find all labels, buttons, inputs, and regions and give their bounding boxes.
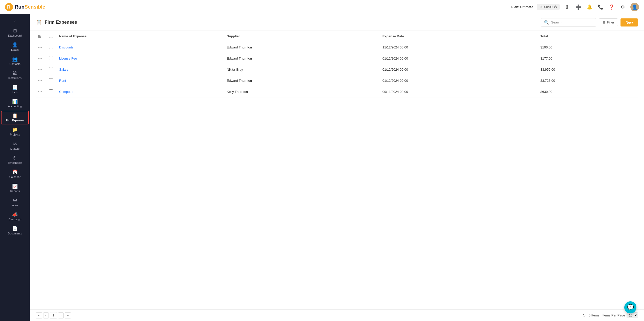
expense-name-link[interactable]: Rent xyxy=(59,79,66,83)
logo-icon: R xyxy=(5,3,13,11)
trash-icon[interactable]: 🗑 xyxy=(564,4,571,11)
expense-name-cell[interactable]: License Fee xyxy=(57,53,225,64)
page-header: 📋 Firm Expenses 🔍 ⊟ Filter New xyxy=(30,14,644,31)
expense-supplier: Edward Thornton xyxy=(225,42,380,53)
sidebar-item-bills[interactable]: 🧾 Bills xyxy=(1,83,29,96)
expense-name-cell[interactable]: Salary xyxy=(57,64,225,75)
logo[interactable]: R RunSensible xyxy=(5,3,45,11)
add-icon[interactable]: ➕ xyxy=(575,4,582,11)
settings-icon[interactable]: ⚙ xyxy=(619,4,626,11)
bills-icon: 🧾 xyxy=(12,85,18,90)
accounting-icon: 📊 xyxy=(12,99,18,104)
sidebar-item-reports[interactable]: 📈 Reports xyxy=(1,181,29,195)
sidebar-label-inbox: Inbox xyxy=(12,204,18,207)
expense-name-link[interactable]: Salary xyxy=(59,68,68,71)
sidebar-label-calendar: Calendar xyxy=(9,175,21,178)
reports-icon: 📈 xyxy=(12,184,18,189)
chat-bubble[interactable]: 💬 xyxy=(624,301,636,313)
sidebar-item-documents[interactable]: 📄 Documents xyxy=(1,224,29,237)
sidebar-item-timesheets[interactable]: ⏱ Timesheets xyxy=(1,153,29,167)
timer-value: 00:00:00 xyxy=(540,5,553,9)
row-checkbox-cell[interactable] xyxy=(47,53,57,64)
expense-name-link[interactable]: Discounts xyxy=(59,45,74,49)
row-checkbox-cell[interactable] xyxy=(47,64,57,75)
sidebar-item-institutions[interactable]: 🏛 Institutions xyxy=(1,68,29,82)
sidebar-collapse-button[interactable]: ‹ xyxy=(0,16,30,26)
table-row: ••• Salary Nikita Gray 01/12/2024 00:00 … xyxy=(36,64,638,75)
matters-icon: ⚖ xyxy=(13,142,17,146)
prev-page-button[interactable]: ‹ xyxy=(43,312,49,318)
new-button[interactable]: New xyxy=(621,18,638,26)
bell-icon[interactable]: 🔔 xyxy=(586,4,593,11)
expense-name-link[interactable]: Computer xyxy=(59,90,74,94)
table-row: ••• Discounts Edward Thornton 11/12/2024… xyxy=(36,42,638,53)
sidebar-item-firm-expenses[interactable]: 📋 Firm Expenses xyxy=(1,111,29,124)
row-menu[interactable]: ••• xyxy=(36,86,47,97)
sidebar-item-leads[interactable]: 👤 Leads xyxy=(1,40,29,54)
last-page-button[interactable]: » xyxy=(65,312,71,318)
expense-name-cell[interactable]: Discounts xyxy=(57,42,225,53)
sidebar-item-inbox[interactable]: ✉ Inbox xyxy=(1,196,29,209)
search-box[interactable]: 🔍 xyxy=(541,18,596,26)
sidebar-item-campaign[interactable]: 📣 Campaign xyxy=(1,210,29,223)
sidebar-label-firm-expenses: Firm Expenses xyxy=(6,119,24,122)
app-body: ‹ ⊞ Dashboard 👤 Leads 👥 Contacts 🏛 Insti… xyxy=(0,14,644,321)
calendar-icon: 📅 xyxy=(12,170,18,174)
col-select-all[interactable] xyxy=(47,31,57,42)
row-checkbox-cell[interactable] xyxy=(47,42,57,53)
row-menu[interactable]: ••• xyxy=(36,75,47,86)
timer-icon: ⏱ xyxy=(554,5,557,9)
expense-supplier: Edward Thornton xyxy=(225,53,380,64)
search-input[interactable] xyxy=(551,20,593,24)
row-menu[interactable]: ••• xyxy=(36,42,47,53)
col-total: Total xyxy=(538,31,638,42)
current-page: 1 xyxy=(50,312,57,318)
filter-button[interactable]: ⊟ Filter xyxy=(599,18,618,26)
sidebar-item-matters[interactable]: ⚖ Matters xyxy=(1,139,29,153)
phone-icon[interactable]: 📞 xyxy=(597,4,604,11)
filter-icon: ⊟ xyxy=(603,20,605,24)
header-actions: 🔍 ⊟ Filter New xyxy=(541,18,638,26)
expense-date: 01/12/2024 00:00 xyxy=(380,75,538,86)
row-menu[interactable]: ••• xyxy=(36,53,47,64)
next-page-button[interactable]: › xyxy=(58,312,64,318)
items-per-page-label: Items Per Page xyxy=(602,313,625,317)
campaign-icon: 📣 xyxy=(12,212,18,217)
sidebar-item-dashboard[interactable]: ⊞ Dashboard xyxy=(1,26,29,40)
sidebar-label-contacts: Contacts xyxy=(9,62,20,65)
row-menu[interactable]: ••• xyxy=(36,64,47,75)
timer-badge[interactable]: 00:00:00 ⏱ xyxy=(537,4,560,10)
expense-name-cell[interactable]: Computer xyxy=(57,86,225,97)
row-checkbox[interactable] xyxy=(49,78,53,82)
sidebar-item-calendar[interactable]: 📅 Calendar xyxy=(1,167,29,181)
select-all-checkbox[interactable] xyxy=(49,34,53,38)
items-per-page-select[interactable]: 10 25 50 xyxy=(627,312,638,318)
avatar[interactable]: 👤 xyxy=(630,3,639,11)
expense-name-link[interactable]: License Fee xyxy=(59,57,77,60)
help-icon[interactable]: ❓ xyxy=(608,4,615,11)
contacts-icon: 👥 xyxy=(12,57,18,61)
col-name: Name of Expense xyxy=(57,31,225,42)
refresh-icon[interactable]: ↻ xyxy=(582,313,586,318)
sidebar-item-contacts[interactable]: 👥 Contacts xyxy=(1,54,29,68)
sidebar-item-projects[interactable]: 📁 Projects xyxy=(1,125,29,139)
row-checkbox-cell[interactable] xyxy=(47,75,57,86)
search-icon: 🔍 xyxy=(544,20,549,25)
first-page-button[interactable]: « xyxy=(36,312,42,318)
row-checkbox[interactable] xyxy=(49,89,53,93)
svg-text:R: R xyxy=(7,5,10,10)
sidebar-label-leads: Leads xyxy=(11,48,19,51)
dashboard-icon: ⊞ xyxy=(13,29,17,33)
sidebar-label-bills: Bills xyxy=(12,91,17,94)
row-checkbox[interactable] xyxy=(49,45,53,49)
sidebar-item-accounting[interactable]: 📊 Accounting xyxy=(1,97,29,110)
row-checkbox[interactable] xyxy=(49,56,53,60)
sidebar-label-matters: Matters xyxy=(10,147,20,150)
row-checkbox-cell[interactable] xyxy=(47,86,57,97)
row-checkbox[interactable] xyxy=(49,67,53,71)
sidebar-label-timesheets: Timesheets xyxy=(8,161,22,164)
expense-total: $630.00 xyxy=(538,86,638,97)
expense-name-cell[interactable]: Rent xyxy=(57,75,225,86)
table-footer: « ‹ 1 › » ↻ 5 Items Items Per Page 10 25… xyxy=(30,309,644,321)
expense-date: 11/12/2024 00:00 xyxy=(380,42,538,53)
